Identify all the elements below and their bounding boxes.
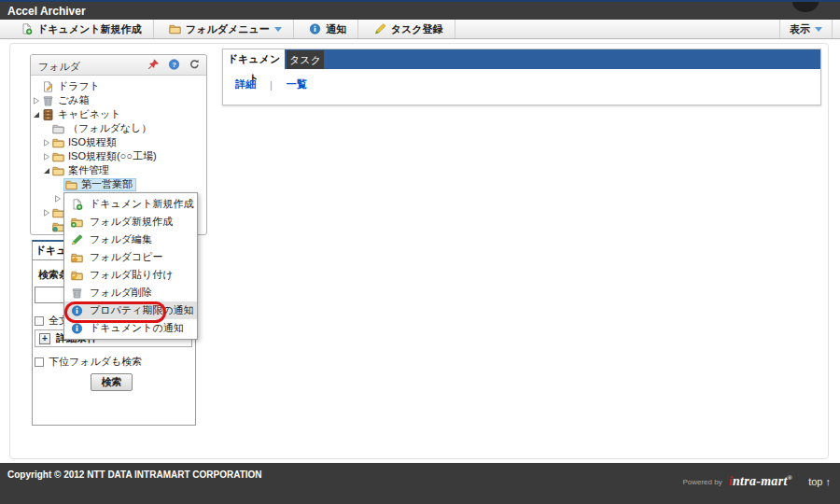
pin-icon[interactable] [147, 59, 160, 70]
menu-item-new-folder[interactable]: フォルダ新規作成 [64, 213, 197, 231]
document-add-icon [71, 199, 84, 210]
tab-task[interactable]: タスク [287, 50, 324, 69]
info-icon [71, 323, 84, 334]
menu-item-property-deadline-notification[interactable]: プロパティ期限の通知 [64, 301, 197, 319]
tree-item-no-folder[interactable]: （フォルダなし） [31, 121, 206, 135]
subfolders-checkbox[interactable] [35, 357, 44, 367]
accel-archiver-app: Accel Archiver ドキュメント新規作成 フォルダメニュー 通知 タス… [0, 0, 840, 504]
display-label: 表示 [790, 22, 810, 36]
content-tab-bar: ドキュメント タスク [223, 49, 820, 69]
notification-button[interactable]: 通知 [298, 20, 358, 38]
menu-item-edit-folder[interactable]: フォルダ編集 [64, 231, 197, 248]
tab-document[interactable]: ドキュメント [223, 49, 285, 69]
no-arrow [54, 180, 63, 189]
back-to-top-link[interactable]: top ↑ [808, 476, 831, 487]
folder-add-icon [71, 217, 84, 228]
svg-text:?: ? [172, 61, 176, 69]
tree-item-iso-rules[interactable]: ISO規程類 [31, 135, 206, 149]
menu-item-label: ドキュメント新規作成 [90, 197, 194, 211]
tree-item-iso-rules-factory[interactable]: ISO規程類(○○工場) [31, 149, 206, 163]
folder-menu-button[interactable]: フォルダメニュー [158, 20, 294, 38]
no-arrow [43, 222, 52, 231]
view-mode-links: 詳細 | 一覧 [235, 77, 307, 91]
no-arrow [33, 82, 42, 91]
draft-document-icon [42, 81, 55, 92]
folder-panel-title: フォルダ [38, 60, 80, 74]
expand-arrow-icon[interactable] [43, 208, 52, 217]
selected-folder-highlight[interactable]: 第一営業部 [63, 178, 136, 191]
expand-arrow-icon[interactable] [33, 96, 42, 105]
info-icon [309, 23, 321, 35]
toolbar: ドキュメント新規作成 フォルダメニュー 通知 タスク登録 表示 [0, 20, 840, 39]
folder-menu-label: フォルダメニュー [186, 22, 270, 36]
menu-item-document-notification[interactable]: ドキュメントの通知 [64, 319, 197, 337]
task-register-label: タスク登録 [391, 22, 443, 36]
copyright-text: Copyright © 2012 NTT DATA INTRAMART CORP… [7, 469, 262, 480]
menu-item-delete-folder[interactable]: フォルダ削除 [64, 284, 197, 301]
powered-by-label: Powered by [682, 478, 721, 486]
folder-icon [52, 137, 65, 148]
display-menu-button[interactable]: 表示 [779, 20, 833, 38]
registered-mark: ® [788, 474, 793, 482]
tree-item-label: ISO規程類 [68, 135, 117, 149]
expand-arrow-icon[interactable] [43, 138, 52, 147]
refresh-icon[interactable] [189, 59, 201, 70]
intra-mart-logo[interactable]: intra-mart® [729, 474, 792, 489]
chevron-down-icon [815, 27, 822, 32]
tree-item-label: ごみ箱 [58, 93, 90, 107]
search-button[interactable]: 検索 [91, 373, 133, 391]
collapse-arrow-icon[interactable] [43, 166, 52, 175]
subfolders-checkbox-label: 下位フォルダも検索 [49, 355, 142, 369]
pencil-icon [71, 234, 84, 245]
menu-item-label: フォルダ貼り付け [90, 268, 174, 282]
notification-label: 通知 [326, 22, 346, 36]
menu-item-new-document[interactable]: ドキュメント新規作成 [64, 195, 197, 213]
footer: Copyright © 2012 NTT DATA INTRAMART CORP… [0, 463, 840, 504]
menu-item-paste-folder[interactable]: フォルダ貼り付け [64, 266, 197, 284]
collapse-arrow-icon[interactable] [33, 110, 42, 119]
help-icon[interactable]: ? [168, 59, 180, 70]
tree-item-label: ISO規程類(○○工場) [68, 149, 157, 163]
fulltext-checkbox[interactable] [35, 316, 44, 326]
chevron-down-icon [274, 27, 282, 32]
menu-item-label: ドキュメントの通知 [90, 321, 184, 335]
menu-item-label: フォルダ編集 [90, 232, 152, 246]
new-document-label: ドキュメント新規作成 [37, 22, 142, 36]
document-add-icon [21, 23, 33, 35]
folder-icon [169, 23, 181, 35]
tree-item-case-management[interactable]: 案件管理 [31, 163, 206, 177]
menu-item-label: フォルダ新規作成 [90, 215, 173, 229]
link-separator: | [270, 79, 273, 91]
tree-item-cabinet[interactable]: キャビネット [31, 107, 206, 121]
tree-item-label: 第一営業部 [81, 177, 133, 191]
expand-arrow-icon[interactable] [54, 194, 63, 203]
tree-item-sales-dept-1-selected[interactable]: 第一営業部 [31, 177, 206, 191]
tree-item-draft[interactable]: ドラフト [31, 79, 206, 93]
expand-plus-icon[interactable]: + [39, 333, 50, 344]
menu-item-copy-folder[interactable]: フォルダコピー [64, 248, 197, 266]
folder-icon [52, 151, 65, 162]
task-register-button[interactable]: タスク登録 [363, 20, 455, 38]
tree-item-trash[interactable]: ごみ箱 [31, 93, 206, 107]
list-view-link[interactable]: 一覧 [287, 77, 307, 91]
no-arrow [43, 124, 52, 133]
pencil-icon [374, 23, 386, 35]
detail-view-link[interactable]: 詳細 [235, 77, 256, 91]
folder-panel-header: フォルダ ? [31, 55, 206, 76]
new-document-button[interactable]: ドキュメント新規作成 [9, 20, 154, 38]
tree-item-label: 案件管理 [68, 163, 109, 177]
logo-text: ntra-mart [733, 474, 788, 488]
folder-paste-icon [71, 270, 84, 281]
folder-icon [65, 179, 78, 190]
expand-arrow-icon[interactable] [43, 152, 52, 161]
menu-item-label: プロパティ期限の通知 [90, 303, 194, 317]
tree-item-label: （フォルダなし） [68, 121, 152, 135]
header-accent-line [0, 0, 840, 2]
tree-item-label: ドラフト [58, 79, 100, 93]
menu-item-label: フォルダコピー [90, 250, 163, 264]
subfolders-checkbox-row: 下位フォルダも検索 [35, 355, 142, 369]
app-title: Accel Archiver [7, 5, 86, 18]
trash-icon [71, 287, 84, 299]
menu-item-label: フォルダ削除 [90, 286, 152, 300]
tree-item-label: キャビネット [58, 107, 121, 121]
